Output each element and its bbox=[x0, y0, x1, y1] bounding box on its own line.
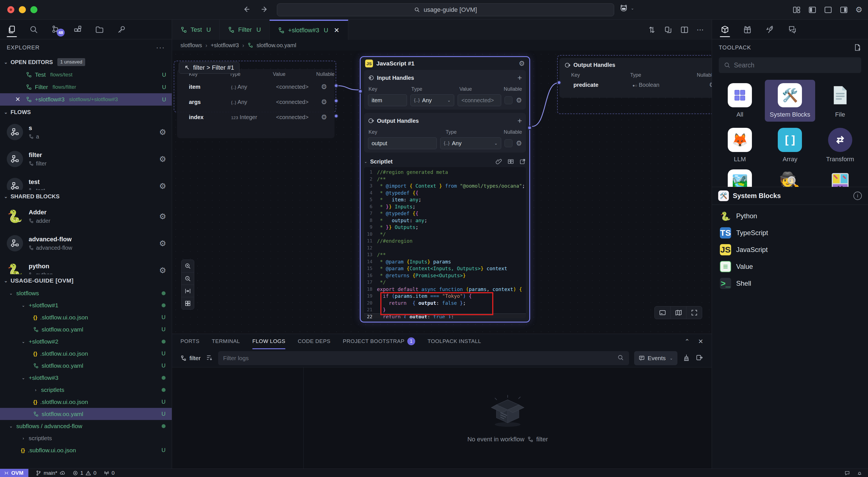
tree-item[interactable]: ⌄+slotflow#3 bbox=[0, 372, 172, 384]
new-toolpack-icon[interactable] bbox=[854, 43, 861, 52]
code-line[interactable]: 5 * item: any; bbox=[364, 196, 526, 203]
toggle-left-sidebar-icon[interactable] bbox=[808, 6, 816, 14]
maximize-window-button[interactable] bbox=[30, 6, 37, 13]
output-port-item[interactable] bbox=[334, 84, 338, 88]
flows-activity-icon[interactable]: 48 bbox=[50, 22, 61, 37]
predicate-gear-icon[interactable]: ⚙ bbox=[709, 81, 712, 89]
toggle-panel-icon[interactable] bbox=[824, 6, 832, 14]
code-line[interactable]: 9 * }} Outputs; bbox=[364, 224, 526, 231]
command-center-search[interactable]: usage-guide [OVM] bbox=[277, 3, 614, 16]
flow-card[interactable]: s a ⚙ bbox=[0, 119, 172, 146]
toggle-right-sidebar-icon[interactable] bbox=[840, 6, 848, 14]
system-blocks-header[interactable]: 🛠️ System Blocks i bbox=[712, 187, 868, 205]
project-header[interactable]: ⌄ USAGE-GUIDE [OVM] bbox=[0, 274, 172, 287]
input-value-field[interactable]: <connected> bbox=[458, 94, 501, 106]
flow-card[interactable]: 🐍 Adder adder ⚙ bbox=[0, 203, 172, 230]
editor-tab[interactable]: Filter U bbox=[220, 20, 270, 40]
tree-item[interactable]: ›scriptlets bbox=[0, 384, 172, 396]
search-activity-icon[interactable] bbox=[28, 22, 39, 37]
output-type-select[interactable]: {..}Any⌄ bbox=[440, 137, 501, 149]
toolpack-category[interactable] bbox=[815, 166, 865, 187]
toolpack-category[interactable]: 🏞️ bbox=[715, 166, 765, 187]
input-type-select[interactable]: {..}Any⌄ bbox=[410, 94, 455, 106]
minimap-button[interactable] bbox=[671, 307, 686, 319]
output-nullable-checkbox[interactable] bbox=[504, 139, 513, 147]
tree-item[interactable]: {}.subflow.ui.oo.jsonU bbox=[0, 444, 172, 456]
output-row-gear-icon[interactable]: ⚙ bbox=[516, 139, 522, 147]
code-line[interactable]: 1//#region generated meta bbox=[364, 169, 526, 176]
tree-item[interactable]: ⌄slotflows bbox=[0, 287, 172, 299]
panel-maximize-icon[interactable]: ⌃ bbox=[684, 338, 689, 345]
tree-item[interactable]: slotflow.oo.yamlU bbox=[0, 359, 172, 372]
key-activity-icon[interactable] bbox=[116, 22, 127, 37]
problems-item[interactable]: 1 0 bbox=[72, 470, 96, 476]
code-line[interactable]: 6 * }} Inputs; bbox=[364, 203, 526, 211]
panel-tab[interactable]: TERMINAL bbox=[212, 334, 240, 349]
tree-item[interactable]: {}.slotflow.ui.oo.jsonU bbox=[0, 348, 172, 359]
editor-tab[interactable]: Test U bbox=[172, 20, 220, 40]
system-block-item[interactable]: >_Shell bbox=[712, 275, 868, 292]
input-nullable-checkbox[interactable] bbox=[504, 96, 513, 104]
node-settings-gear-icon[interactable]: ⚙ bbox=[519, 60, 525, 67]
js-node-input-port[interactable] bbox=[358, 89, 363, 94]
split-editor-icon[interactable] bbox=[680, 26, 689, 34]
code-line[interactable]: 14 * @param {Inputs} params bbox=[364, 258, 526, 265]
zoom-in-button[interactable] bbox=[182, 260, 194, 272]
log-flow-selector[interactable]: filter bbox=[181, 355, 201, 361]
feedback-activity-icon[interactable] bbox=[787, 22, 798, 37]
open-changes-icon[interactable] bbox=[664, 26, 672, 34]
mascot-menu[interactable]: ⌄ bbox=[619, 4, 634, 12]
clear-logs-icon[interactable] bbox=[682, 354, 690, 363]
fit-view-button[interactable] bbox=[182, 285, 194, 297]
flow-card-gear-icon[interactable]: ⚙ bbox=[159, 212, 166, 221]
toolpack-category[interactable]: 🦊LLM bbox=[715, 124, 765, 166]
code-editor[interactable]: 1//#region generated meta2/**3 * @import… bbox=[364, 167, 526, 318]
open-editors-header[interactable]: ⌄ OPEN EDITORS 1 unsaved bbox=[0, 56, 172, 68]
system-block-item[interactable]: ≡Value bbox=[712, 258, 868, 275]
panel-close-icon[interactable]: ✕ bbox=[698, 338, 703, 345]
code-line[interactable]: 4 * @typedef {{ bbox=[364, 190, 526, 197]
open-external-icon[interactable] bbox=[519, 158, 526, 165]
flows-header[interactable]: ⌄ FLOWS bbox=[0, 106, 172, 119]
tree-item[interactable]: {}.slotflow.ui.oo.jsonU bbox=[0, 311, 172, 323]
panel-tab[interactable]: CODE DEPS bbox=[298, 334, 330, 349]
add-input-handle-button[interactable]: + bbox=[518, 73, 522, 82]
toolpack-activity-icon[interactable] bbox=[719, 22, 731, 37]
code-line[interactable]: 12 bbox=[364, 245, 526, 252]
js-node-output-port[interactable] bbox=[527, 126, 532, 130]
log-list-filter-icon[interactable] bbox=[206, 354, 213, 362]
toolpack-category[interactable]: All bbox=[715, 80, 765, 122]
blocks-activity-icon[interactable] bbox=[72, 22, 83, 37]
code-line[interactable]: 2/** bbox=[364, 176, 526, 183]
breadcrumb-segment[interactable]: slotflows bbox=[181, 42, 202, 49]
panel-tab[interactable]: PROJECT BOOTSTRAP 1 bbox=[343, 334, 415, 349]
flow-card[interactable]: filter filter ⚙ bbox=[0, 146, 172, 172]
export-logs-icon[interactable] bbox=[695, 354, 703, 363]
close-icon[interactable]: ✕ bbox=[334, 26, 340, 34]
code-line[interactable]: 8 * output: any; bbox=[364, 217, 526, 224]
breadcrumb-segment[interactable]: slotflow.oo.yaml bbox=[257, 42, 296, 49]
output-port-index[interactable] bbox=[334, 114, 338, 118]
tree-item[interactable]: ›scriptlets bbox=[0, 432, 172, 444]
input-key-field[interactable]: item bbox=[368, 94, 407, 106]
feedback-icon[interactable] bbox=[844, 470, 850, 476]
docs-icon[interactable] bbox=[507, 158, 514, 165]
flow-card-gear-icon[interactable]: ⚙ bbox=[159, 182, 166, 190]
tree-item[interactable]: {}.slotflow.ui.oo.jsonU bbox=[0, 396, 172, 408]
code-line[interactable]: 16 * @returns {Promise<Outputs>} bbox=[364, 272, 526, 279]
layout-icon[interactable] bbox=[793, 6, 801, 14]
panel-tab[interactable]: TOOLPACK INSTALL bbox=[428, 334, 481, 349]
add-output-handle-button[interactable]: + bbox=[518, 116, 522, 125]
code-line[interactable]: 17 */ bbox=[364, 279, 526, 286]
tree-item[interactable]: slotflow.oo.yamlU bbox=[0, 323, 172, 336]
javascript-node[interactable]: JS JavaScript #1 ⚙ Input Handles + Key T… bbox=[360, 56, 530, 322]
flow-card[interactable]: test test ⚙ bbox=[0, 172, 172, 190]
javascript-node-header[interactable]: JS JavaScript #1 ⚙ bbox=[361, 57, 529, 70]
ports-item[interactable]: 0 bbox=[104, 470, 115, 476]
folder-activity-icon[interactable] bbox=[94, 22, 105, 37]
back-button[interactable] bbox=[242, 5, 251, 14]
filter-node-tag[interactable]: filter > Filter #1 bbox=[179, 62, 240, 73]
flow-canvas[interactable]: filter > Filter #1 Key Type Value Nullab… bbox=[172, 51, 712, 334]
flow-output-node[interactable]: Output Handles Key Type Nullable predica… bbox=[559, 58, 712, 98]
flow-card-gear-icon[interactable]: ⚙ bbox=[159, 266, 166, 275]
